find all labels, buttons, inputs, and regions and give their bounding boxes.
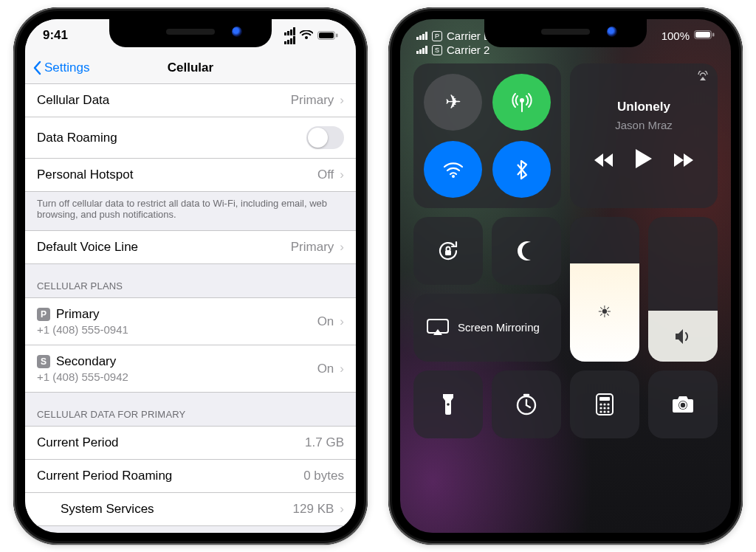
plan-state: On [317,314,334,329]
sun-icon: ☀︎ [597,303,612,322]
svg-point-17 [599,407,602,409]
play-button[interactable] [636,149,652,173]
signal-primary-icon [284,27,295,35]
wifi-icon [443,162,464,178]
plan-number: +1 (408) 555-0941 [37,323,128,336]
plan-badge-s-icon: S [37,355,50,368]
timer-button[interactable] [492,370,561,438]
svg-point-19 [607,407,609,409]
svg-point-10 [447,403,450,406]
cell-cellular-data[interactable]: Cellular Data Primary › [25,84,356,117]
plan-number: +1 (408) 555-0942 [37,370,128,383]
media-title: Unlonely [617,100,670,114]
clock: 9:41 [43,28,68,43]
chevron-right-icon: › [340,362,344,376]
plan-name: Primary [56,307,100,322]
svg-point-16 [607,403,609,405]
volume-slider[interactable] [648,217,718,362]
section-cellular-plans: CELLULAR PLANS [25,264,356,297]
next-track-button[interactable] [674,151,693,171]
airplane-mode-toggle[interactable]: ✈︎ [424,74,482,131]
calculator-button[interactable] [570,370,639,438]
chevron-right-icon: › [340,93,344,108]
cell-plan-secondary[interactable]: S Secondary +1 (408) 555-0942 On › [25,345,356,393]
cellular-antenna-toggle[interactable] [492,74,551,131]
cell-value: 129 KB [293,502,334,517]
orientation-lock-toggle[interactable] [413,217,483,285]
svg-point-18 [603,407,605,409]
cell-label: Current Period [37,435,119,450]
wifi-toggle[interactable] [424,141,482,198]
previous-track-button[interactable] [594,151,614,171]
battery-icon [317,30,338,41]
notch [484,19,647,47]
do-not-disturb-toggle[interactable] [492,217,561,285]
back-label: Settings [44,61,89,75]
brightness-slider[interactable]: ☀︎ [570,217,639,362]
screen-mirroring-label: Screen Mirroring [458,321,540,334]
fast-forward-icon [674,153,693,167]
airplane-icon: ✈︎ [445,91,461,114]
iphone-left: 9:41 Setting [13,7,368,545]
speaker-icon [674,328,692,345]
calculator-icon [596,393,614,415]
chevron-right-icon: › [340,168,344,182]
screen-mirroring-button[interactable]: Screen Mirroring [413,294,561,362]
svg-point-22 [607,410,609,413]
cell-value: Primary [291,240,334,255]
plan-badge-s-icon: S [432,45,442,55]
carrier-label: Carrier 2 [447,44,489,56]
svg-point-21 [603,410,605,413]
timer-icon [515,393,537,415]
signal-secondary-icon [416,46,427,54]
svg-rect-8 [445,250,451,255]
navbar: Settings Cellular [25,52,356,84]
cell-label: Default Voice Line [37,240,138,255]
antenna-icon [512,92,532,113]
notch [109,19,272,47]
bluetooth-icon [515,159,529,180]
orientation-lock-icon [436,239,460,263]
cell-label: Cellular Data [37,93,109,108]
iphone-right: P Carrier LTE S Carrier 2 100% [388,7,743,545]
flashlight-icon [441,393,455,416]
page-title: Cellular [168,61,213,75]
play-icon [636,149,652,168]
cell-value: 1.7 GB [305,435,344,450]
footer-note: Turn off cellular data to restrict all d… [25,192,356,230]
media-module[interactable]: Unlonely Jason Mraz [570,63,718,208]
bluetooth-toggle[interactable] [492,141,551,198]
plan-name-row: P Primary [37,307,128,322]
plan-state: On [317,362,334,376]
signal-secondary-icon [284,36,295,44]
cell-personal-hotspot[interactable]: Personal Hotspot Off › [25,159,356,192]
chevron-left-icon [32,61,41,75]
cell-label: System Services [61,502,154,517]
rewind-icon [594,153,614,167]
plan-badge-p-icon: P [432,31,442,41]
chevron-right-icon: › [340,314,344,329]
cell-system-services[interactable]: System Services 129 KB › [25,493,356,526]
flashlight-button[interactable] [413,370,483,438]
cell-default-voice-line[interactable]: Default Voice Line Primary › [25,230,356,264]
svg-point-15 [603,403,605,405]
camera-button[interactable] [648,370,718,438]
cell-label: Personal Hotspot [37,168,133,182]
svg-rect-5 [712,33,715,37]
media-artist: Jason Mraz [615,119,673,131]
cell-current-period-roaming: Current Period Roaming 0 bytes [25,460,356,493]
plan-name-row: S Secondary [37,354,128,369]
back-button[interactable]: Settings [32,52,89,84]
cell-label: Data Roaming [37,131,117,145]
cell-value: Off [317,168,334,182]
cell-value: Primary [291,93,334,108]
battery-percent: 100% [662,30,690,42]
screen-mirroring-icon [427,319,449,337]
signal-primary-icon [416,32,427,40]
chevron-right-icon: › [340,240,344,255]
plan-badge-p-icon: P [37,308,50,321]
switch-data-roaming[interactable] [306,126,344,149]
airplay-audio-icon [697,71,709,83]
cell-data-roaming[interactable]: Data Roaming [25,117,356,159]
cell-plan-primary[interactable]: P Primary +1 (408) 555-0941 On › [25,297,356,345]
